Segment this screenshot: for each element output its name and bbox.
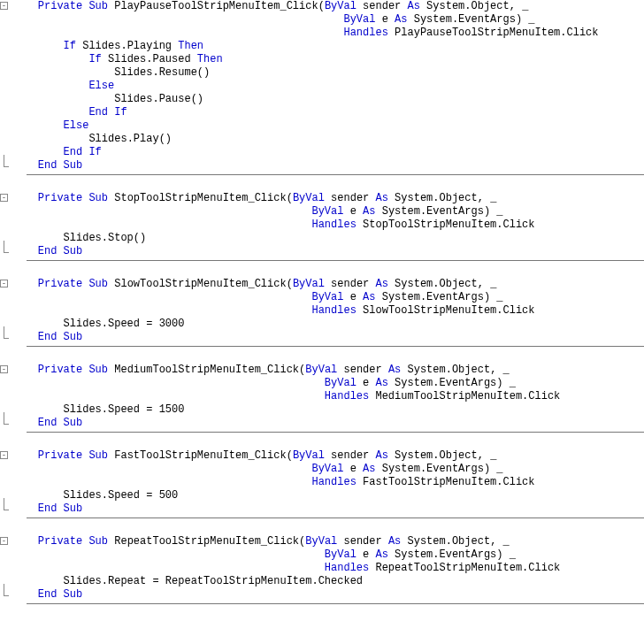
- fold-toggle[interactable]: -: [0, 451, 8, 459]
- code-line: Else: [12, 119, 644, 133]
- method-separator: [27, 174, 644, 175]
- fold-end-icon: [2, 159, 11, 172]
- code-line: ByVal e As System.EventArgs) _: [12, 463, 644, 476]
- code-line: ByVal e As System.EventArgs) _: [12, 548, 644, 562]
- code-line: Slides.Speed = 1500: [12, 403, 644, 417]
- blank-line: [12, 179, 644, 192]
- code-line: ByVal e As System.EventArgs) _: [12, 377, 644, 390]
- fold-toggle[interactable]: -: [0, 2, 8, 10]
- fold-end-icon: [2, 417, 11, 430]
- code-line: - Private Sub FastToolStripMenuItem_Clic…: [12, 449, 644, 463]
- code-line: End Sub: [12, 588, 644, 602]
- code-line: - Private Sub PlayPauseToolStripMenuItem…: [12, 0, 644, 13]
- method-separator: [27, 260, 644, 261]
- code-line: ByVal e As System.EventArgs) _: [12, 205, 644, 218]
- code-line: Handles PlayPauseToolStripMenuItem.Click: [12, 27, 644, 40]
- code-line: Handles RepeatToolStripMenuItem.Click: [12, 562, 644, 575]
- method-separator: [27, 346, 644, 347]
- method-separator: [27, 603, 644, 604]
- code-line: End Sub: [12, 331, 644, 344]
- fold-toggle[interactable]: -: [0, 537, 8, 545]
- code-line: Slides.Resume(): [12, 66, 644, 80]
- fold-end-icon: [2, 588, 11, 602]
- code-editor: - Private Sub PlayPauseToolStripMenuItem…: [12, 0, 644, 604]
- code-line: - Private Sub MediumToolStripMenuItem_Cl…: [12, 364, 644, 377]
- code-line: - Private Sub StopToolStripMenuItem_Clic…: [12, 192, 644, 205]
- code-line: End Sub: [12, 159, 644, 172]
- code-line: If Slides.Playing Then: [12, 40, 644, 53]
- code-line: Slides.Speed = 3000: [12, 318, 644, 331]
- code-line: Slides.Stop(): [12, 232, 644, 245]
- code-line: ByVal e As System.EventArgs) _: [12, 291, 644, 304]
- fold-toggle[interactable]: -: [0, 194, 8, 202]
- code-line: Slides.Speed = 500: [12, 489, 644, 502]
- blank-line: [12, 436, 644, 449]
- code-line: - Private Sub RepeatToolStripMenuItem_Cl…: [12, 535, 644, 548]
- code-line: End Sub: [12, 245, 644, 258]
- fold-end-icon: [2, 502, 11, 516]
- code-line: Handles MediumToolStripMenuItem.Click: [12, 390, 644, 403]
- method-separator: [27, 432, 644, 433]
- code-line: Handles SlowToolStripMenuItem.Click: [12, 304, 644, 318]
- code-line: - Private Sub SlowToolStripMenuItem_Clic…: [12, 278, 644, 291]
- code-line: If Slides.Paused Then: [12, 53, 644, 66]
- code-line: Handles StopToolStripMenuItem.Click: [12, 218, 644, 232]
- fold-toggle[interactable]: -: [0, 365, 8, 373]
- code-line: End If: [12, 146, 644, 159]
- code-line: Slides.Play(): [12, 133, 644, 146]
- code-line: Slides.Pause(): [12, 93, 644, 106]
- code-line: End If: [12, 106, 644, 119]
- fold-end-icon: [2, 245, 11, 258]
- code-line: End Sub: [12, 502, 644, 516]
- blank-line: [12, 264, 644, 278]
- code-line: Handles FastToolStripMenuItem.Click: [12, 476, 644, 489]
- method-separator: [27, 518, 644, 518]
- code-line: ByVal e As System.EventArgs) _: [12, 13, 644, 27]
- code-line: End Sub: [12, 417, 644, 430]
- code-line: Else: [12, 80, 644, 93]
- fold-toggle[interactable]: -: [0, 280, 8, 288]
- blank-line: [12, 522, 644, 535]
- code-line: Slides.Repeat = RepeatToolStripMenuItem.…: [12, 575, 644, 588]
- blank-line: [12, 350, 644, 364]
- fold-end-icon: [2, 331, 11, 344]
